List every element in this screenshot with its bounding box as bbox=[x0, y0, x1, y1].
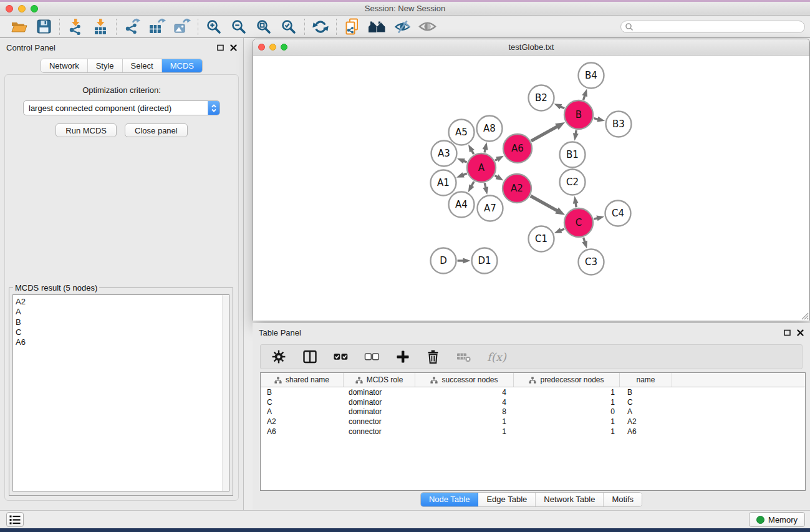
graph-node-D1[interactable]: D1 bbox=[472, 248, 498, 274]
zoom-out-button[interactable] bbox=[226, 17, 251, 37]
column-header-mcds-role[interactable]: MCDS role bbox=[344, 373, 415, 387]
table-cell[interactable]: A6 bbox=[620, 427, 672, 436]
graph-node-A8[interactable]: A8 bbox=[477, 116, 503, 142]
graph-node-A3[interactable]: A3 bbox=[432, 141, 457, 167]
tab-node-table[interactable]: Node Table bbox=[421, 493, 479, 506]
unselect-all-checkbox-icon[interactable] bbox=[364, 349, 380, 365]
mcds-result-item[interactable]: C bbox=[13, 327, 229, 337]
resize-grip-icon[interactable] bbox=[800, 311, 809, 320]
graph-edge-A6-B[interactable] bbox=[531, 126, 558, 141]
graph-node-B2[interactable]: B2 bbox=[529, 85, 554, 111]
table-cell[interactable]: B bbox=[620, 388, 672, 397]
function-builder-button[interactable]: f(x) bbox=[487, 351, 506, 364]
mcds-result-item[interactable]: A6 bbox=[13, 337, 229, 347]
import-table-button[interactable] bbox=[88, 17, 113, 37]
graph-node-A4[interactable]: A4 bbox=[449, 192, 475, 218]
table-cell[interactable]: 1 bbox=[514, 398, 620, 407]
graph-edge-A2-C[interactable] bbox=[531, 196, 558, 211]
tab-motifs[interactable]: Motifs bbox=[604, 493, 642, 506]
settings-gear-icon[interactable] bbox=[271, 349, 287, 365]
table-cell[interactable]: 1 bbox=[415, 427, 514, 436]
close-panel-button[interactable]: Close panel bbox=[125, 123, 188, 137]
table-cell[interactable]: 4 bbox=[415, 398, 514, 407]
table-cell[interactable]: 1 bbox=[514, 427, 620, 436]
graph-node-B1[interactable]: B1 bbox=[560, 142, 586, 168]
column-header-successor-nodes[interactable]: successor nodes bbox=[415, 373, 514, 387]
graph-node-C1[interactable]: C1 bbox=[529, 226, 554, 252]
close-panel-icon[interactable] bbox=[230, 44, 237, 51]
table-cell[interactable]: dominator bbox=[344, 388, 415, 397]
tab-style[interactable]: Style bbox=[88, 59, 123, 72]
table-cell[interactable]: B bbox=[261, 388, 344, 397]
zoom-in-button[interactable] bbox=[201, 17, 226, 37]
column-header-shared-name[interactable]: shared name bbox=[261, 373, 344, 387]
task-history-button[interactable] bbox=[6, 512, 24, 527]
tab-network[interactable]: Network bbox=[41, 59, 88, 72]
table-cell[interactable]: A6 bbox=[261, 427, 344, 436]
table-cell[interactable]: 0 bbox=[514, 407, 620, 416]
run-mcds-button[interactable]: Run MCDS bbox=[55, 123, 117, 137]
mcds-result-list[interactable]: A2ABCA6 bbox=[12, 294, 229, 491]
float-panel-icon[interactable] bbox=[217, 44, 224, 51]
hide-graphics-details-button[interactable] bbox=[390, 17, 415, 37]
table-cell[interactable]: A2 bbox=[261, 417, 344, 426]
network-overview-button[interactable] bbox=[365, 17, 390, 37]
show-graphics-details-button[interactable] bbox=[415, 17, 440, 37]
column-header-predecessor-nodes[interactable]: predecessor nodes bbox=[514, 373, 620, 387]
table-cell[interactable]: C bbox=[620, 398, 672, 407]
graph-node-C[interactable]: C bbox=[564, 208, 593, 237]
memory-button[interactable]: Memory bbox=[749, 512, 805, 527]
graph-node-A2[interactable]: A2 bbox=[503, 174, 531, 203]
table-cell[interactable]: A bbox=[620, 407, 672, 416]
graph-node-C2[interactable]: C2 bbox=[560, 170, 586, 195]
graph-node-B3[interactable]: B3 bbox=[606, 112, 632, 137]
search-input[interactable] bbox=[634, 22, 801, 31]
table-cell[interactable]: dominator bbox=[344, 407, 415, 416]
open-file-button[interactable] bbox=[6, 17, 31, 37]
table-cell[interactable]: A2 bbox=[620, 417, 672, 426]
graph-node-B4[interactable]: B4 bbox=[579, 63, 604, 89]
export-table-button[interactable] bbox=[145, 17, 170, 37]
network-from-document-button[interactable] bbox=[340, 17, 365, 37]
mcds-result-item[interactable]: A2 bbox=[13, 297, 229, 307]
tab-edge-table[interactable]: Edge Table bbox=[478, 493, 536, 506]
graph-node-C4[interactable]: C4 bbox=[605, 201, 631, 226]
add-column-icon[interactable] bbox=[395, 349, 410, 364]
float-panel-icon[interactable] bbox=[784, 329, 791, 336]
network-canvas[interactable]: B4B2BB3A5A8A6B1A3AA1C2A2A4A7C4CC1C3DD1 bbox=[253, 56, 809, 321]
graph-node-C3[interactable]: C3 bbox=[579, 249, 604, 275]
graph-node-B[interactable]: B bbox=[564, 100, 593, 129]
destroy-table-icon[interactable] bbox=[456, 349, 472, 364]
graph-node-A[interactable]: A bbox=[467, 153, 496, 182]
table-cell[interactable]: 1 bbox=[514, 388, 620, 397]
search-box[interactable] bbox=[620, 21, 805, 33]
export-image-button[interactable] bbox=[170, 17, 195, 37]
table-cell[interactable]: connector bbox=[344, 427, 415, 436]
select-all-checkbox-icon[interactable] bbox=[333, 349, 349, 365]
graph-node-A6[interactable]: A6 bbox=[503, 134, 532, 163]
scrollbar-track[interactable] bbox=[222, 295, 229, 491]
mcds-result-item[interactable]: B bbox=[13, 317, 229, 327]
node-table[interactable]: shared name MCDS role successor bbox=[260, 372, 806, 491]
table-row[interactable]: Cdominator41C bbox=[261, 397, 805, 407]
table-cell[interactable]: dominator bbox=[344, 398, 415, 407]
tab-network-table[interactable]: Network Table bbox=[536, 493, 604, 506]
mcds-result-item[interactable]: A bbox=[13, 307, 229, 317]
delete-column-trash-icon[interactable] bbox=[425, 349, 441, 365]
column-header-name[interactable]: name bbox=[620, 373, 672, 387]
table-cell[interactable]: 4 bbox=[415, 388, 514, 397]
zoom-fit-button[interactable] bbox=[251, 17, 276, 37]
table-row[interactable]: A2connector11A2 bbox=[261, 417, 805, 427]
graph-node-A5[interactable]: A5 bbox=[449, 120, 475, 145]
export-network-button[interactable] bbox=[120, 17, 145, 37]
table-cell[interactable]: 1 bbox=[415, 417, 514, 426]
table-row[interactable]: Bdominator41B bbox=[261, 387, 805, 397]
optimization-criterion-select[interactable]: largest connected component (directed) bbox=[23, 100, 220, 115]
table-cell[interactable]: 1 bbox=[514, 417, 620, 426]
import-network-button[interactable] bbox=[63, 17, 88, 37]
save-session-button[interactable] bbox=[31, 17, 56, 37]
refresh-button[interactable] bbox=[308, 17, 333, 37]
tab-mcds[interactable]: MCDS bbox=[162, 59, 202, 72]
table-row[interactable]: A6connector11A6 bbox=[261, 427, 805, 437]
graph-node-A7[interactable]: A7 bbox=[478, 196, 503, 221]
